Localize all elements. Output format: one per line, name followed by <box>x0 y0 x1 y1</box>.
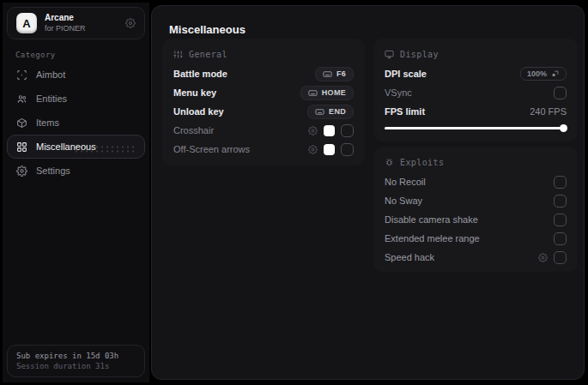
keyboard-icon <box>308 88 318 98</box>
app-identity: Arcane for PIONER <box>45 13 118 33</box>
checkbox-extended-melee-range[interactable] <box>554 232 567 245</box>
display-card-title: Display <box>400 50 439 59</box>
setting-row-dpi-scale: DPI scale 100% <box>385 64 567 83</box>
checkbox-offscreen-arrows[interactable] <box>341 143 354 156</box>
main-panel: Miscellaneous General Battle mode F6 <box>151 5 585 380</box>
subscription-card: Sub expires in 15d 03h Session duration … <box>7 345 145 377</box>
sidebar-item-items[interactable]: Items <box>7 111 145 135</box>
app-name: Arcane <box>45 13 118 24</box>
crosshair-scan-icon <box>16 69 27 81</box>
page-title: Miscellaneous <box>169 23 246 36</box>
setting-label: Off-Screen arrows <box>173 144 250 154</box>
sidebar-item-settings[interactable]: Settings <box>7 159 145 183</box>
app-tagline: for PIONER <box>45 24 118 33</box>
sidebar-item-aimbot[interactable]: Aimbot <box>7 63 145 87</box>
gear-icon <box>16 165 27 177</box>
checkbox-vsync[interactable] <box>554 87 567 99</box>
setting-label: Disable camera shake <box>385 214 478 225</box>
fps-limit-slider[interactable] <box>385 123 567 133</box>
slider-fill <box>385 127 567 129</box>
setting-row-menu-key: Menu key HOME <box>173 83 354 102</box>
scale-icon <box>551 69 560 78</box>
keyboard-icon <box>323 69 332 79</box>
category-label: Category <box>15 51 56 59</box>
session-duration-text: Session duration 31s <box>16 362 136 370</box>
logo-card: A Arcane for PIONER <box>7 7 145 39</box>
sidebar-item-label: Miscellaneous <box>36 141 96 152</box>
exploits-card-title: Exploits <box>400 158 444 167</box>
exploits-card-header: Exploits <box>385 156 567 168</box>
bug-icon <box>385 158 394 167</box>
setting-row-battle-mode: Battle mode F6 <box>173 64 354 83</box>
setting-row-extended-melee-range: Extended melee range <box>385 229 567 248</box>
general-card-header: General <box>173 48 354 60</box>
setting-label: Extended melee range <box>385 233 480 244</box>
setting-row-no-sway: No Sway <box>385 191 567 210</box>
keyboard-icon <box>315 107 324 117</box>
slider-knob[interactable] <box>560 124 567 132</box>
setting-label: Menu key <box>173 87 216 98</box>
checkbox-crosshair[interactable] <box>341 124 354 137</box>
grid-icon <box>16 141 27 153</box>
general-card: General Battle mode F6 Menu key HOME <box>162 39 365 165</box>
keybind-value: F6 <box>336 69 346 78</box>
setting-row-speed-hack: Speed hack <box>385 248 567 267</box>
app-window: A Arcane for PIONER Category Aimbot <box>0 0 588 385</box>
users-icon <box>16 93 27 105</box>
app-logo: A <box>16 13 37 33</box>
setting-row-vsync: VSync <box>385 83 567 102</box>
keybind-button-unload-key[interactable]: END <box>307 105 354 119</box>
color-swatch[interactable] <box>324 125 335 136</box>
setting-label: No Sway <box>385 196 422 206</box>
checkbox-no-recoil[interactable] <box>554 176 567 189</box>
keybind-value: END <box>329 107 346 116</box>
sidebar-item-entities[interactable]: Entities <box>7 87 145 111</box>
setting-row-offscreen-arrows: Off-Screen arrows <box>173 140 354 159</box>
sidebar-nav: Aimbot Entities Items Miscellaneous <box>7 63 145 183</box>
fps-limit-value: 240 FPS <box>530 106 567 117</box>
sidebar-item-label: Entities <box>36 93 67 104</box>
color-swatch[interactable] <box>324 144 335 155</box>
row-controls <box>538 251 567 264</box>
setting-label: FPS limit <box>385 106 425 117</box>
setting-label: VSync <box>385 87 412 98</box>
row-controls <box>308 143 354 156</box>
account-gear-icon[interactable] <box>125 18 136 28</box>
gear-icon[interactable] <box>308 126 318 135</box>
dpi-scale-selector[interactable]: 100% <box>520 67 567 81</box>
display-card: Display DPI scale 100% VSync FPS limit 2… <box>373 39 578 141</box>
sidebar: A Arcane for PIONER Category Aimbot <box>3 3 149 382</box>
general-card-title: General <box>189 50 227 59</box>
exploits-card: Exploits No Recoil No Sway Disable camer… <box>373 147 578 272</box>
sub-expiry-text: Sub expires in 15d 03h <box>16 352 136 360</box>
row-controls <box>308 124 354 137</box>
setting-label: Crosshair <box>173 125 214 135</box>
setting-row-no-recoil: No Recoil <box>385 172 567 191</box>
checkbox-disable-camera-shake[interactable] <box>554 214 567 226</box>
setting-row-unload-key: Unload key END <box>173 102 354 121</box>
gear-icon[interactable] <box>538 253 548 262</box>
checkbox-speed-hack[interactable] <box>554 251 567 264</box>
sidebar-item-label: Aimbot <box>36 69 65 80</box>
keybind-button-menu-key[interactable]: HOME <box>300 86 354 100</box>
setting-label: Battle mode <box>173 69 227 79</box>
gear-icon[interactable] <box>308 145 318 154</box>
setting-row-fps-limit: FPS limit 240 FPS <box>385 102 567 121</box>
setting-row-crosshair: Crosshair <box>173 121 354 140</box>
sidebar-item-miscellaneous[interactable]: Miscellaneous <box>7 135 145 159</box>
sidebar-item-label: Settings <box>36 165 70 176</box>
monitor-icon <box>385 50 394 59</box>
checkbox-no-sway[interactable] <box>554 195 567 208</box>
setting-row-disable-camera-shake: Disable camera shake <box>385 210 567 229</box>
setting-label: DPI scale <box>385 69 427 79</box>
keybind-value: HOME <box>322 88 346 97</box>
display-card-header: Display <box>385 48 567 60</box>
sliders-icon <box>173 50 183 59</box>
setting-label: Unload key <box>173 106 224 117</box>
sidebar-item-label: Items <box>36 117 59 128</box>
package-icon <box>16 117 27 129</box>
keybind-button-battle-mode[interactable]: F6 <box>315 67 354 81</box>
setting-label: No Recoil <box>385 177 426 187</box>
setting-label: Speed hack <box>385 252 434 262</box>
dpi-scale-value: 100% <box>527 69 547 78</box>
